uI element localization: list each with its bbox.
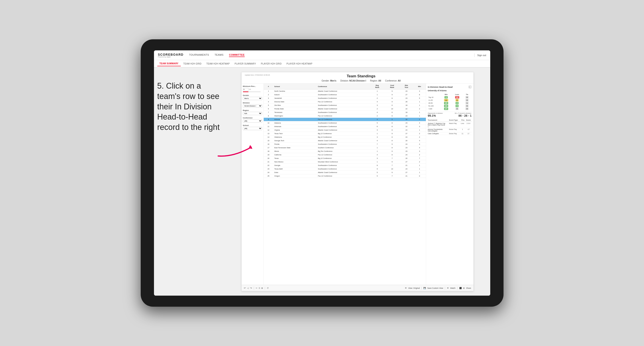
toolbar-icon2[interactable]: ⊞ (463, 287, 465, 289)
table-cell-0: 11 (264, 125, 274, 128)
table-cell-3: 2 (370, 97, 384, 100)
table-cell-4: 8 (385, 146, 400, 150)
table-cell-1: North Carolina (273, 89, 317, 93)
filter-conference-select[interactable]: (All) (243, 119, 262, 123)
table-cell-1: California (273, 153, 317, 157)
table-cell-1: Tennessee (273, 111, 317, 114)
table-cell-5: 23 (400, 97, 413, 100)
sub-nav-team-summary[interactable]: TEAM SUMMARY (157, 61, 181, 66)
sign-out-button[interactable]: Sign out (477, 54, 486, 57)
table-cell-6: 1 (413, 171, 426, 174)
filter-school-select[interactable]: (All) (243, 127, 262, 130)
table-row[interactable]: 15Georgia TechAtlantic Coast Conference4… (264, 139, 426, 143)
table-cell-2: Southeastern Conference (317, 97, 370, 100)
toolbar-view-icon: 👁 (405, 287, 407, 289)
sub-nav-player-h2h-grid[interactable]: PLAYER H2H GRID (258, 61, 284, 66)
table-cell-4: 10 (385, 167, 400, 171)
toolbar-view-original[interactable]: View: Original (408, 287, 420, 289)
table-row[interactable]: 17East Tennessee StateSouthern Conferenc… (264, 146, 426, 150)
filter-gender-select[interactable]: Men's (243, 97, 262, 100)
h2h-close-button[interactable]: ✕ (468, 85, 472, 89)
nav-items: TOURNAMENTS TEAMS COMMITTEE (189, 53, 474, 57)
table-row[interactable]: 5Ole MissSoutheastern Conference36181 (264, 104, 426, 107)
table-row[interactable]: 8WashingtonPac-12 Conference28231 (264, 114, 426, 118)
sub-nav-team-h2h-heatmap[interactable]: TEAM H2H HEATMAP (204, 61, 232, 66)
sub-nav-team-h2h-grid[interactable]: TEAM H2H GRID (181, 61, 204, 66)
toolbar-copy[interactable]: ⎘ (259, 287, 260, 289)
table-cell-0: 12 (264, 128, 274, 132)
table-cell-5: 27 (400, 93, 413, 97)
table-row[interactable]: 6Florida StateAtlantic Coast Conference2… (264, 107, 426, 111)
table-row[interactable]: 22GeorgiaSoutheastern Conference87211 (264, 164, 426, 167)
filter-region-select[interactable]: N/A (243, 112, 262, 115)
toolbar-separator-3 (422, 287, 422, 289)
toolbar-step-back[interactable]: ◁ (247, 287, 249, 289)
table-row[interactable]: 2AuburnSoutheastern Conference19276 (264, 93, 426, 97)
table-cell-1: Oklahoma (273, 136, 317, 139)
tournament-col-score: Score (466, 119, 472, 121)
table-row[interactable]: 13Texas TechBig 12 Conference19272 (264, 132, 426, 136)
table-cell-0: 25 (264, 174, 274, 178)
table-cell-1: East Tennessee State (273, 146, 317, 150)
filter-division-select[interactable]: NCAA Division I (243, 104, 262, 108)
main-content: 5. Click on a team's row to see their In… (154, 68, 490, 296)
top-nav: SCOREBOARD Powered by clippd TOURNAMENTS… (154, 50, 490, 60)
toolbar-step-forward[interactable]: ↪ (250, 287, 252, 289)
table-row[interactable]: 25OregonPac-12 Conference57210 (264, 174, 426, 178)
table-row[interactable]: 12VirginiaAtlantic Coast Conference38241 (264, 128, 426, 132)
filter-gender-label: Gender (243, 94, 262, 96)
table-cell-6: 3 (413, 125, 426, 128)
table-cell-2: Southeastern Conference (317, 125, 370, 128)
table-row[interactable]: 16FloridaSoutheastern Conference79244 (264, 143, 426, 146)
filter-division-label: Division (243, 102, 262, 104)
table-cell-6: 7 (413, 157, 426, 160)
table-row[interactable]: 9ArizonaPac-12 Conference45302 (264, 118, 426, 121)
table-row[interactable]: 1North CarolinaAtlantic Coast Conference… (264, 89, 426, 93)
toolbar-share[interactable]: Share (466, 287, 471, 289)
tournament-row-2: Arizona Thunderbirds Intercollegiate Str… (428, 128, 472, 132)
nav-tournaments[interactable]: TOURNAMENTS (189, 53, 209, 57)
table-row[interactable]: 10AlabamaSoutheastern Conference58233 (264, 121, 426, 125)
table-cell-0: 19 (264, 153, 274, 157)
table-cell-4: 6 (385, 104, 400, 107)
table-cell-0: 24 (264, 171, 274, 174)
table-row[interactable]: 21New MexicoMountain West Conference1927… (264, 160, 426, 164)
table-cell-4: 7 (385, 174, 400, 178)
logo-subtext: Powered by clippd (158, 56, 184, 58)
table-cell-6: 1 (413, 114, 426, 118)
sub-nav-player-h2h-heatmap[interactable]: PLAYER H2H HEATMAP (284, 61, 314, 66)
nav-committee[interactable]: COMMITTEE (229, 53, 245, 57)
toolbar-icon1[interactable]: ⬛ (459, 287, 462, 289)
table-row[interactable]: 3VanderbiltSoutheastern Conference28235 (264, 97, 426, 100)
table-cell-4: 8 (385, 139, 400, 143)
toolbar-save-custom-view[interactable]: Save Custom View (427, 287, 443, 289)
table-row[interactable]: 20TexasBig 12 Conference37207 (264, 157, 426, 160)
table-cell-2: Atlantic Coast Conference (317, 139, 370, 143)
table-row[interactable]: 7TennesseeSoutheastern Conference46181 (264, 111, 426, 114)
table-cell-4: 5 (385, 118, 400, 121)
nav-teams[interactable]: TEAMS (214, 53, 224, 57)
table-cell-6: 1 (413, 164, 426, 167)
table-cell-0: 17 (264, 146, 274, 150)
toolbar-paste[interactable]: ⊞ (261, 287, 263, 289)
min-rounds-input[interactable] (243, 88, 248, 91)
toolbar-clock[interactable]: ⏱ (267, 287, 269, 289)
table-row[interactable]: 24DukeAtlantic Coast Conference59271 (264, 171, 426, 174)
table-cell-4: 9 (385, 89, 400, 93)
filter-row: Gender: Men's Division: NCAA Division I … (270, 80, 452, 82)
table-row[interactable]: 14OklahomaBig 12 Conference38242 (264, 136, 426, 139)
table-cell-5: 23 (400, 89, 413, 93)
toolbar-cut[interactable]: ✂ (256, 287, 258, 289)
table-cell-2: Big Ten Conference (317, 150, 370, 153)
table-row[interactable]: 4Arizona StatePac-12 Conference49261 (264, 100, 426, 104)
toolbar-watch[interactable]: Watch (450, 287, 456, 289)
table-row[interactable]: 11ArkansasSoutheastern Conference68223 (264, 125, 426, 128)
table-row[interactable]: 18IllinoisBig Ten Conference19233 (264, 150, 426, 153)
sub-nav-player-summary[interactable]: PLAYER SUMMARY (232, 61, 258, 66)
table-cell-2: Atlantic Coast Conference (317, 107, 370, 111)
h2h-title: In Division Head-to-Head (428, 86, 453, 88)
toolbar-undo[interactable]: ↩ (244, 287, 246, 289)
table-row[interactable]: 19CaliforniaPac-12 Conference48242 (264, 153, 426, 157)
table-cell-3: 1 (370, 89, 384, 93)
table-row[interactable]: 23Texas A&MSoutheastern Conference910241 (264, 167, 426, 171)
